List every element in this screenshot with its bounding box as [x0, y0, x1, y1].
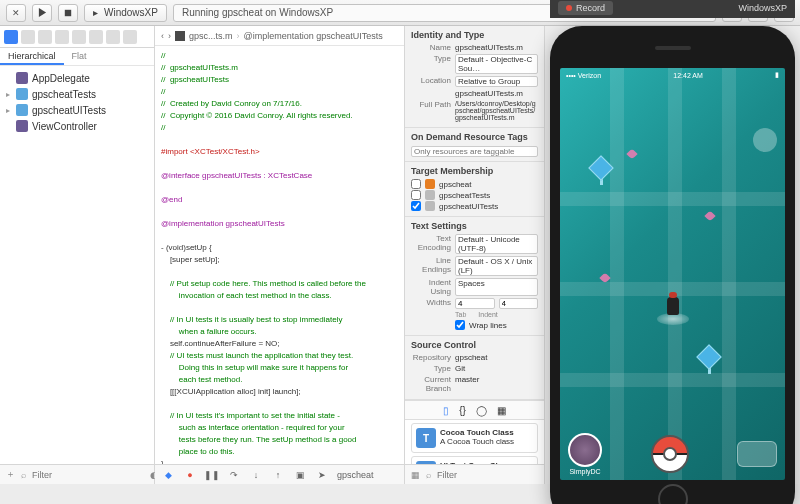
debug-navigator-tab[interactable] — [89, 30, 103, 44]
simulator-titlebar: Record WindowsXP — [550, 0, 795, 18]
test-target-icon — [425, 190, 435, 200]
navigator-tabs — [0, 26, 154, 48]
wrap-lines-checkbox[interactable]: Wrap lines — [455, 320, 538, 330]
jump-bar[interactable]: ‹ › gpsc...ts.m › @implementation gpsche… — [155, 26, 404, 46]
target-checkbox-row[interactable]: gpscheat — [411, 179, 538, 189]
indent-width-stepper[interactable] — [499, 298, 539, 309]
tree-item[interactable]: ▸gpscheatTests — [2, 86, 152, 102]
tree-item[interactable]: AppDelegate — [2, 70, 152, 86]
pause-icon[interactable]: ❚❚ — [205, 468, 219, 482]
stop-button[interactable] — [58, 4, 78, 22]
inspector-panel: Identity and Type NamegpscheatUITests.m … — [405, 26, 545, 484]
template-item[interactable]: TCocoa Touch ClassA Cocoa Touch class — [411, 423, 538, 453]
simulator-title: WindowsXP — [738, 3, 787, 13]
filter-icon: ⌕ — [21, 470, 26, 480]
library-tabs: ▯ {} ◯ ▦ — [405, 400, 544, 420]
file-name-field[interactable]: gpscheatUITests.m — [455, 43, 538, 52]
nearby-button[interactable] — [737, 441, 777, 467]
svg-rect-1 — [65, 9, 71, 15]
simulator-area: Record WindowsXP •••• Verizon 12:42 AM ▮ — [545, 26, 800, 484]
subtab-hierarchical[interactable]: Hierarchical — [0, 48, 64, 65]
player-avatar-icon — [666, 297, 680, 317]
jump-symbol[interactable]: @implementation gpscheatUITests — [244, 31, 383, 41]
project-navigator-tab[interactable] — [4, 30, 18, 44]
file-template-tab-icon[interactable]: ▯ — [443, 405, 449, 416]
ondemand-section-title: On Demand Resource Tags — [411, 132, 538, 142]
object-library-tab-icon[interactable]: ◯ — [476, 405, 487, 416]
source-control-title: Source Control — [411, 340, 538, 350]
file-type-select[interactable]: Default - Objective-C Sou… — [455, 54, 538, 74]
pokestop-icon[interactable] — [700, 348, 720, 376]
subtab-flat[interactable]: Flat — [64, 48, 95, 65]
breakpoint-navigator-tab[interactable] — [106, 30, 120, 44]
text-settings-title: Text Settings — [411, 221, 538, 231]
target-membership-title: Target Membership — [411, 166, 538, 176]
home-button[interactable] — [658, 484, 688, 504]
view-debug-icon[interactable]: ▣ — [293, 468, 307, 482]
debug-bar: ◆ ● ❚❚ ↷ ↓ ↑ ▣ ➤ gpscheat — [155, 464, 404, 484]
find-navigator-tab[interactable] — [38, 30, 52, 44]
map-roads — [560, 68, 785, 480]
ui-record-icon[interactable]: ● — [183, 468, 197, 482]
template-library: TCocoa Touch ClassA Cocoa Touch class TU… — [405, 420, 544, 464]
device-frame: Record WindowsXP •••• Verizon 12:42 AM ▮ — [550, 26, 795, 504]
navigator-filter-bar: ＋ ⌕ ◐ ▢ — [0, 464, 154, 484]
report-navigator-tab[interactable] — [123, 30, 137, 44]
tree-item[interactable]: ViewController — [2, 118, 152, 134]
location-select[interactable]: Relative to Group — [455, 76, 538, 87]
resource-tags-input[interactable] — [411, 146, 538, 157]
jump-file-icon — [175, 31, 185, 41]
source-editor[interactable]: //// gpscheatUITests.m// gpscheatUITests… — [155, 46, 404, 464]
pokeball-button[interactable] — [651, 435, 689, 473]
class-template-icon: T — [416, 428, 436, 448]
library-filter-bar: ▦ ⌕ — [405, 464, 544, 484]
record-button[interactable]: Record — [558, 1, 613, 15]
media-library-tab-icon[interactable]: ▦ — [497, 405, 506, 416]
indent-using-select[interactable]: Spaces — [455, 278, 538, 296]
tab-width-stepper[interactable] — [455, 298, 495, 309]
step-over-icon[interactable]: ↷ — [227, 468, 241, 482]
folder-icon — [16, 104, 28, 116]
line-endings-select[interactable]: Default - OS X / Unix (LF) — [455, 256, 538, 276]
template-item[interactable]: TUI Test Case ClassA class implementing … — [411, 456, 538, 464]
device-screen[interactable]: •••• Verizon 12:42 AM ▮ — [560, 68, 785, 480]
filter-icon: ⌕ — [426, 470, 431, 480]
tree-item[interactable]: ▸gpscheatUITests — [2, 102, 152, 118]
text-encoding-select[interactable]: Default - Unicode (UTF-8) — [455, 234, 538, 254]
scheme-icon: ▸ — [93, 7, 98, 18]
target-checkbox-row[interactable]: gpscheatTests — [411, 190, 538, 200]
debug-target[interactable]: gpscheat — [337, 470, 374, 480]
test-navigator-tab[interactable] — [72, 30, 86, 44]
app-target-icon — [425, 179, 435, 189]
issue-navigator-tab[interactable] — [55, 30, 69, 44]
back-icon[interactable]: ‹ — [161, 31, 164, 41]
close-window-button[interactable]: ✕ — [6, 4, 26, 22]
forward-icon[interactable]: › — [168, 31, 171, 41]
profile-button[interactable] — [568, 433, 602, 467]
add-icon[interactable]: ＋ — [6, 468, 15, 481]
editor-area: ‹ › gpsc...ts.m › @implementation gpsche… — [155, 26, 405, 484]
test-target-icon — [425, 201, 435, 211]
library-filter-input[interactable] — [437, 470, 545, 480]
identity-section-title: Identity and Type — [411, 30, 538, 40]
scheme-target: WindowsXP — [104, 7, 158, 18]
navigator-subtabs: Hierarchical Flat — [0, 48, 154, 66]
game-bottom-bar: SimplyDC — [568, 436, 777, 472]
run-button[interactable] — [32, 4, 52, 22]
compass-button[interactable] — [753, 128, 777, 152]
navigator-panel: Hierarchical Flat AppDelegate ▸gpscheatT… — [0, 26, 155, 484]
location-icon[interactable]: ➤ — [315, 468, 329, 482]
step-out-icon[interactable]: ↑ — [271, 468, 285, 482]
jump-group[interactable]: gpsc...ts.m — [189, 31, 233, 41]
target-checkbox-row[interactable]: gpscheatUITests — [411, 201, 538, 211]
navigator-filter-input[interactable] — [32, 470, 144, 480]
pokestop-icon[interactable] — [592, 159, 612, 187]
breakpoint-toggle-icon[interactable]: ◆ — [161, 468, 175, 482]
grid-view-icon[interactable]: ▦ — [411, 470, 420, 480]
symbol-navigator-tab[interactable] — [21, 30, 35, 44]
code-snippet-tab-icon[interactable]: {} — [459, 405, 466, 416]
scheme-selector[interactable]: ▸ WindowsXP — [84, 4, 167, 22]
step-into-icon[interactable]: ↓ — [249, 468, 263, 482]
header-file-icon — [16, 120, 28, 132]
full-path-value: /Users/dconroy/Desktop/gpscheat/gpscheat… — [455, 100, 538, 121]
